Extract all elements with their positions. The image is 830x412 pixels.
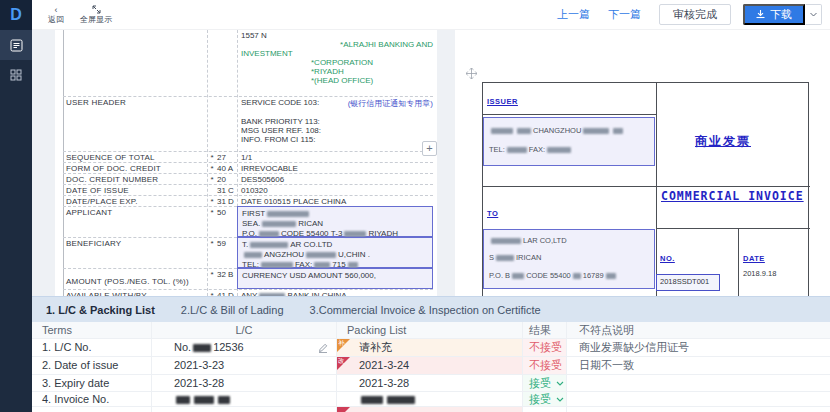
- lc-field-tag: 32 B: [217, 269, 237, 289]
- beneficiary-highlight-box[interactable]: T.AR CO.LTD ANGZHOUU,CHIN . TEL:FAX:715: [237, 237, 433, 268]
- lc-user-header-label: USER HEADER: [63, 97, 207, 151]
- header-packing-list: Packing List: [337, 322, 523, 338]
- header-lc: L/C: [152, 322, 337, 338]
- tab-lc-bill-of-lading[interactable]: 2.L/C & Bill of Lading: [181, 304, 284, 316]
- invoice-document-page[interactable]: ISSUER CHANGZHOU TEL:FAX: 商业发票 COMMERCIA…: [455, 30, 830, 296]
- download-button[interactable]: 下载: [743, 4, 805, 25]
- lc-row-receiver: 1557 N *ALRAJHI BANKING AND INVESTMENT *…: [63, 30, 433, 96]
- lc-info-from: INFO. FROM CI 115:: [241, 135, 433, 144]
- result-select[interactable]: 不接受: [529, 339, 566, 356]
- lc-field-star: *: [207, 207, 217, 237]
- lc-row-form: FORM OF DOC. CREDIT * 40 A IRREVOCABLE: [63, 162, 433, 173]
- lc-field-value: 010320: [237, 185, 433, 195]
- invoice-date-label: DATE: [743, 254, 765, 263]
- cell-lc-value: 2021-3-23: [152, 357, 337, 374]
- cell-result: 不接受: [523, 339, 567, 356]
- result-select[interactable]: 接受: [529, 375, 566, 391]
- table-row-expiry-date: 3. Expiry date 2021-3-28 2021-3-28 接受: [32, 375, 830, 392]
- result-value: 不接受: [529, 357, 562, 374]
- lc-field-tag: 50: [217, 207, 237, 237]
- result-value: 接受: [529, 375, 551, 391]
- lc-field-tag: 59: [217, 238, 237, 268]
- add-split-button[interactable]: +: [422, 141, 437, 156]
- edit-pencil-icon[interactable]: [318, 343, 328, 353]
- cell-terms: 3. Expiry date: [32, 375, 152, 391]
- lc-field-tag: 31 C: [217, 185, 237, 195]
- tab-lc-packing-list[interactable]: 1. L/C & Packing List: [46, 304, 155, 316]
- review-done-button[interactable]: 审核完成: [659, 4, 731, 25]
- lc-field-label: DOC. CREDIT NUMBER: [63, 174, 207, 184]
- buyer-highlight-box[interactable]: LAR CO,LTD SIRICAN P.O. BCODE 5540016789: [483, 229, 655, 289]
- back-label: 返回: [48, 15, 64, 24]
- back-button[interactable]: ‹ 返回: [48, 5, 64, 24]
- lc-row-available-with: AVAILABLE WITH/BY * 41 D ANYBANK IN CHIN…: [63, 289, 433, 296]
- toolbar-actions: 上一篇 下一篇 审核完成 下载: [557, 4, 830, 25]
- result-select[interactable]: 接受: [529, 392, 566, 406]
- download-more-button[interactable]: [805, 4, 822, 25]
- compare-tabs-bar: 1. L/C & Packing List 2.L/C & Bill of La…: [32, 296, 830, 322]
- sidebar-item-apps[interactable]: [0, 60, 32, 90]
- chevron-left-icon: ‹: [55, 5, 58, 15]
- invoice-no-label: NO.: [660, 254, 675, 263]
- applicant-highlight-box[interactable]: FIRST SEA.RICAN P.O.CODE 55400 T-3RIYADH: [237, 206, 433, 237]
- next-doc-link[interactable]: 下一篇: [608, 7, 641, 22]
- fullscreen-button[interactable]: 全屏显示: [80, 5, 112, 24]
- lc-field-tag: 20: [217, 174, 237, 184]
- lc-field-value: 1/1: [237, 152, 433, 162]
- main-workspace: 1557 N *ALRAJHI BANKING AND INVESTMENT *…: [32, 30, 830, 412]
- invoice-title-divider: [656, 228, 810, 229]
- cell-lc-value: No.12536: [152, 339, 337, 356]
- document-icon: [10, 39, 23, 52]
- to-label: TO: [487, 209, 498, 218]
- lc-bank-line4: *RIYADH: [311, 67, 433, 76]
- cell-terms: 4. Invoice No.: [32, 392, 152, 406]
- issuer-line1: CHANGZHOU: [533, 126, 581, 135]
- table-row-partial: [32, 407, 830, 412]
- lc-field-value: IRREVOCABLE: [237, 163, 433, 173]
- result-select[interactable]: 不接受: [529, 357, 566, 374]
- issuer-line2b: FAX:: [529, 145, 545, 154]
- lc-row-date-of-issue: DATE OF ISSUE 31 C 010320: [63, 184, 433, 195]
- invoice-col-divider: [656, 83, 657, 296]
- cell-terms: 1. L/C No.: [32, 339, 152, 356]
- issuer-line2a: TEL:: [489, 145, 505, 154]
- buyer-line1: LAR CO,LTD: [523, 236, 567, 245]
- sidebar-item-document-review[interactable]: [0, 30, 32, 60]
- top-toolbar: D ‹ 返回 全屏显示 上一篇 下一篇 审核完成 下载: [0, 0, 830, 30]
- lc-field-value: DES505606: [237, 174, 433, 184]
- amount-highlight-box[interactable]: CURRENCY USD AMOUNT 560,000,: [237, 268, 433, 289]
- fullscreen-label: 全屏显示: [80, 15, 112, 24]
- packing-text: 请补充: [359, 341, 392, 353]
- lc-row-date-place-exp: DATE/PLACE EXP. * 31 D DATE 010515 PLACE…: [63, 195, 433, 206]
- badge-char: 改: [338, 357, 345, 365]
- cell-terms: 2. Date of issue: [32, 357, 152, 374]
- lc-row-credit-number: DOC. CREDIT NUMBER * 20 DES505606: [63, 173, 433, 184]
- table-row-date-of-issue: 2. Date of issue 2021-3-23 改 2021-3-24 不…: [32, 357, 830, 375]
- prev-doc-link[interactable]: 上一篇: [557, 7, 590, 22]
- app-window: D ‹ 返回 全屏显示 上一篇 下一篇 审核完成 下载: [0, 0, 830, 412]
- lc-document-page[interactable]: 1557 N *ALRAJHI BANKING AND INVESTMENT *…: [55, 30, 437, 296]
- lc-message-table: 1557 N *ALRAJHI BANKING AND INVESTMENT *…: [55, 30, 437, 296]
- lc-field-star: *: [207, 174, 217, 184]
- lc-bank-line1: *ALRAJHI BANKING AND: [241, 40, 433, 49]
- app-logo-letter: D: [10, 6, 22, 24]
- fullscreen-icon: [92, 5, 101, 15]
- lc-field-label: DATE/PLACE EXP.: [63, 196, 207, 206]
- beneficiary-line2a: ANGZHOU: [264, 250, 304, 259]
- cell-result: 接受: [523, 375, 567, 391]
- invoice-no-highlight-box[interactable]: 2018SSDT001: [656, 274, 720, 291]
- lc-service-code: SERVICE CODE 103:: [241, 98, 319, 107]
- cell-discrepancy-note: [567, 392, 830, 406]
- tab-invoice-inspection-certificate[interactable]: 3.Commercial Invoice & Inspection on Cer…: [310, 304, 541, 316]
- table-header-row: Terms L/C Packing List 结果 不符点说明: [32, 322, 830, 339]
- buyer-line2b: IRICAN: [516, 253, 541, 262]
- issuer-highlight-box[interactable]: CHANGZHOU TEL:FAX:: [483, 117, 655, 166]
- lc-field-star: [207, 185, 217, 195]
- chevron-down-icon: [556, 381, 564, 386]
- header-result: 结果: [523, 322, 567, 338]
- download-icon: [756, 10, 765, 19]
- cell-discrepancy-note: 商业发票缺少信用证号: [567, 339, 830, 356]
- move-handle-icon[interactable]: [466, 68, 477, 79]
- cell-packing-value: 2021-3-28: [337, 375, 523, 391]
- cell-discrepancy-note: 日期不一致: [567, 357, 830, 374]
